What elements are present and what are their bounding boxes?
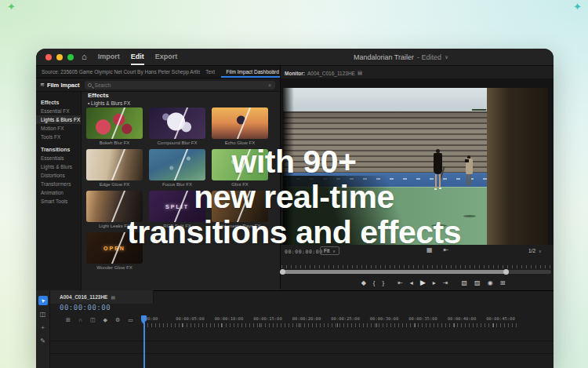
search-bar[interactable]: ×: [85, 81, 275, 89]
monitor-toolbar: ▦⇤: [426, 247, 448, 253]
window-controls: [45, 54, 74, 60]
extract-button[interactable]: ▨: [474, 280, 481, 286]
sidebar-header-transitions[interactable]: Transitions: [36, 145, 81, 154]
effect-card[interactable]: Focus Blur FX: [149, 149, 205, 187]
sidebar-item-animation[interactable]: Animation: [36, 188, 81, 197]
chevron-down-icon: ∨: [332, 249, 336, 253]
effect-card[interactable]: Compound Blur FX: [149, 107, 205, 145]
go-to-in-button[interactable]: ⇤: [397, 280, 403, 286]
comparison-view-button[interactable]: ▦: [426, 247, 433, 253]
effect-thumbnail: OPEN: [86, 232, 143, 264]
sidebar-header-effects[interactable]: Effects: [36, 98, 81, 107]
sparkle-icon: ✦: [7, 1, 16, 13]
sidebar-item-lights-blurs[interactable]: Lights & Blurs: [36, 162, 81, 171]
effect-label: Echo Glow FX: [212, 140, 268, 145]
monitor-scrubber-ticks[interactable]: [281, 265, 551, 268]
step-forward-button[interactable]: ▸: [433, 280, 436, 286]
lift-button[interactable]: ▧: [462, 280, 468, 286]
zoom-level-select[interactable]: Fit ∨: [320, 246, 339, 255]
playback-resolution-select[interactable]: 1/2 ∨: [528, 246, 542, 255]
film-impact-header: ≋ Film Impact ×: [36, 78, 280, 92]
home-icon[interactable]: ⌂: [82, 53, 87, 61]
playback-resolution-value: 1/2: [528, 248, 535, 253]
project-title[interactable]: Mandalorian Trailer - Edited ∨: [354, 49, 448, 66]
monitor-timecode[interactable]: 00:00:00:00: [285, 249, 323, 255]
close-icon[interactable]: ×: [268, 82, 271, 88]
minimize-button[interactable]: [56, 54, 63, 60]
timeline-ruler-ticks[interactable]: [143, 323, 518, 327]
effect-label: Focus Blur FX: [149, 182, 205, 187]
video-court-shadow: [283, 176, 437, 245]
sidebar-item-essential-fx[interactable]: Essential FX: [36, 107, 81, 115]
mark-out-button[interactable]: }: [382, 280, 384, 286]
sequence-name: A004_C016_1123HE: [60, 294, 107, 300]
sidebar-item-distortions[interactable]: Distortions: [36, 171, 81, 180]
selection-tool[interactable]: ➤: [38, 296, 48, 305]
effect-card[interactable]: Edge Glow FX: [86, 149, 143, 187]
effect-thumbnail: [149, 107, 205, 139]
program-monitor: [281, 78, 554, 245]
effect-label: Wonder Glow FX: [86, 265, 143, 270]
effect-card[interactable]: Light Leaks FX: [86, 191, 143, 228]
sidebar-item-transformers[interactable]: Transformers: [36, 180, 81, 188]
go-to-in-quick-button[interactable]: ⇤: [444, 247, 449, 253]
film-impact-sidebar: EffectsEssential FXLights & Blurs FXMoti…: [36, 92, 82, 290]
effect-label: Edge Glow FX: [86, 182, 143, 187]
search-input[interactable]: [92, 82, 268, 88]
tab-edit[interactable]: Edit: [131, 49, 144, 65]
sidebar-item-motion-fx[interactable]: Motion FX: [36, 124, 81, 133]
button-editor-button[interactable]: ⊞: [500, 280, 506, 286]
go-to-out-button[interactable]: ⇥: [443, 280, 448, 286]
tab-export[interactable]: Export: [155, 49, 178, 65]
video-cameraman: [465, 155, 474, 218]
effects-category[interactable]: • Lights & Blurs FX: [88, 100, 130, 106]
effect-card[interactable]: SPLIT RGB Split FX: [149, 191, 205, 228]
effect-card[interactable]: Glint FX: [212, 149, 268, 187]
effect-card[interactable]: Volumetric Rays FX: [212, 191, 268, 228]
pen-tool[interactable]: ✎: [38, 336, 48, 345]
tab-overflow-icon[interactable]: »: [271, 68, 274, 74]
close-button[interactable]: [45, 54, 52, 60]
monitor-zoom-range[interactable]: [281, 270, 507, 274]
sidebar-item-lights-blurs-fx[interactable]: Lights & Blurs FX: [36, 115, 81, 124]
panel-menu-icon[interactable]: ▤: [111, 294, 115, 300]
monitor-zoom-scrollbar[interactable]: [281, 270, 551, 274]
step-back-button[interactable]: ◂: [410, 280, 413, 286]
effect-card[interactable]: Bokeh Blur FX: [86, 107, 143, 145]
scrollbar-handle-left[interactable]: [280, 269, 285, 275]
tab-text[interactable]: Text: [200, 66, 220, 78]
film-impact-logo: ≋: [40, 82, 45, 88]
effect-label: Compound Blur FX: [149, 140, 205, 145]
play-button[interactable]: ▶: [420, 279, 426, 286]
timeline-toolbox: ➤◫+✎: [36, 290, 50, 368]
tab-source-clip[interactable]: Source: 235605 Game Olympic Net Court By…: [36, 66, 200, 78]
effect-card[interactable]: Echo Glow FX: [212, 107, 268, 145]
sidebar-item-smart-tools[interactable]: Smart Tools: [36, 197, 81, 206]
sidebar-item-essentials[interactable]: Essentials: [36, 154, 81, 162]
slip-tool[interactable]: +: [38, 322, 48, 332]
scrollbar-handle-right[interactable]: [503, 269, 509, 275]
effect-label: Volumetric Rays FX: [212, 224, 268, 228]
effect-thumbnail: [86, 191, 143, 222]
sequence-tab[interactable]: A004_C016_1123HE ▤: [50, 290, 154, 304]
export-frame-button[interactable]: ◉: [488, 280, 493, 286]
search-icon: [88, 83, 92, 87]
sidebar-item-tools-fx[interactable]: Tools FX: [36, 133, 81, 141]
titlebar: ⌂ ImportEditExport Mandalorian Trailer -…: [36, 49, 554, 66]
zoom-level-value: Fit: [324, 248, 329, 253]
playhead-line: [143, 322, 145, 368]
add-marker-button[interactable]: ◆: [361, 280, 366, 286]
playhead-handle[interactable]: [141, 315, 147, 321]
ruler-label: 00:00:45:00: [486, 316, 514, 321]
ruler-label: 00:00:40:00: [448, 316, 476, 321]
timeline-timecode[interactable]: 00:00:00:00: [60, 304, 111, 312]
zoom-button[interactable]: [67, 54, 74, 60]
ruler-label: 00:00: [145, 316, 158, 321]
timeline-ruler[interactable]: 00:0000:00:05:0000:00:10:0000:00:15:0000…: [36, 316, 554, 322]
mark-in-button[interactable]: {: [373, 280, 376, 286]
effect-thumbnail: [212, 191, 268, 222]
track-divider: [50, 341, 554, 341]
tab-import[interactable]: Import: [98, 49, 120, 65]
effect-card[interactable]: OPEN Wonder Glow FX: [86, 232, 143, 270]
panel-menu-icon[interactable]: ▤: [358, 70, 362, 76]
